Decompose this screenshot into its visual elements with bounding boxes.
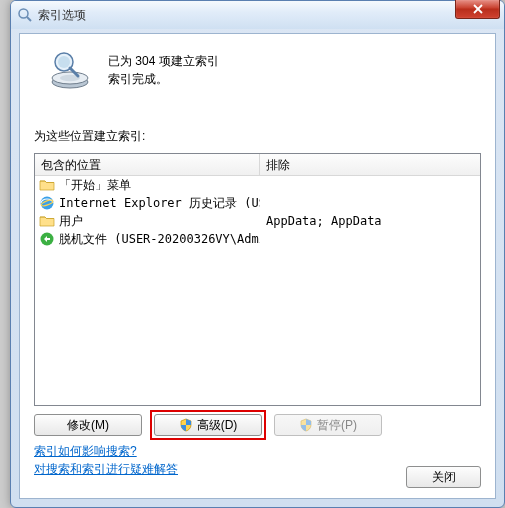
svg-point-0 [19,9,28,18]
dialog-body: 已为 304 项建立索引 索引完成。 为这些位置建立索引: 包含的位置 排除 「… [19,33,496,499]
item-name: 用户 [59,213,83,230]
list-body[interactable]: 「开始」菜单Internet Explorer 历史记录 (USE...用户Ap… [35,176,480,405]
footer: 关闭 [406,466,481,488]
close-label: 关闭 [432,469,456,486]
svg-line-1 [27,17,31,21]
item-name: 脱机文件 (USER-20200326VY\Admin... [59,231,260,248]
link-troubleshoot[interactable]: 对搜索和索引进行疑难解答 [34,460,178,478]
window-close-button[interactable] [455,0,500,19]
pause-label: 暂停(P) [317,417,357,434]
list-header: 包含的位置 排除 [35,154,480,176]
status-text: 已为 304 项建立索引 索引完成。 [108,52,219,88]
svg-point-8 [58,56,70,68]
cell-included: Internet Explorer 历史记录 (USE... [35,195,260,212]
disk-search-icon [48,48,92,92]
locations-prompt: 为这些位置建立索引: [20,104,495,153]
list-item[interactable]: 「开始」菜单 [35,176,480,194]
indexing-options-window: 索引选项 已为 304 项建立索引 索引完成。 [10,0,505,508]
shield-icon [179,418,193,432]
list-item[interactable]: Internet Explorer 历史记录 (USE... [35,194,480,212]
item-name: Internet Explorer 历史记录 (USE... [59,195,260,212]
folder-icon [39,177,55,193]
indexed-count: 已为 304 项建立索引 [108,52,219,70]
titlebar: 索引选项 [11,1,504,29]
indexing-state: 索引完成。 [108,70,219,88]
ie-icon [39,195,55,211]
column-excluded[interactable]: 排除 [260,154,480,175]
pause-button: 暂停(P) [274,414,382,436]
modify-button[interactable]: 修改(M) [34,414,142,436]
column-included[interactable]: 包含的位置 [35,154,260,175]
cell-included: 「开始」菜单 [35,177,260,194]
list-item[interactable]: 用户AppData; AppData [35,212,480,230]
shield-icon [299,418,313,432]
folder-icon [39,213,55,229]
cell-included: 脱机文件 (USER-20200326VY\Admin... [35,231,260,248]
list-item[interactable]: 脱机文件 (USER-20200326VY\Admin... [35,230,480,248]
locations-list: 包含的位置 排除 「开始」菜单Internet Explorer 历史记录 (U… [34,153,481,406]
cell-included: 用户 [35,213,260,230]
buttons-row: 修改(M) 高级(D) [34,414,481,436]
offline-icon [39,231,55,247]
window-title: 索引选项 [38,7,86,24]
link-how-affect-search[interactable]: 索引如何影响搜索? [34,442,137,460]
close-button[interactable]: 关闭 [406,466,481,488]
status-area: 已为 304 项建立索引 索引完成。 [20,34,495,104]
cell-excluded: AppData; AppData [260,214,480,228]
advanced-label: 高级(D) [197,417,238,434]
advanced-button[interactable]: 高级(D) [154,414,262,436]
item-name: 「开始」菜单 [59,177,131,194]
modify-label: 修改(M) [67,417,109,434]
magnifier-icon [17,7,33,23]
